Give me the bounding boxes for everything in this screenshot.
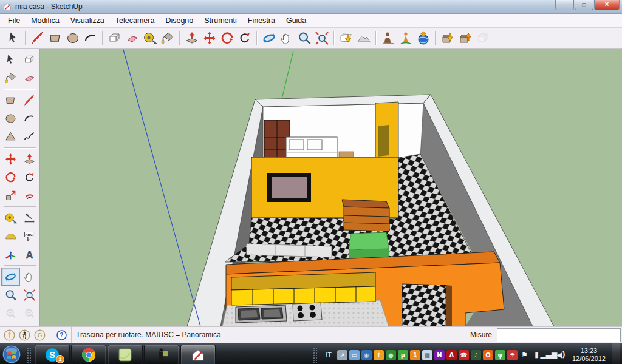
viewport-3d[interactable] xyxy=(40,49,622,326)
tray-call-app-icon[interactable]: ☎ xyxy=(459,350,469,360)
taskbar-clock[interactable]: 13:23 12/06/2012 xyxy=(568,347,610,363)
circle-icon[interactable] xyxy=(1,109,20,127)
zoom-extents-icon[interactable] xyxy=(20,286,39,304)
follow-me-icon[interactable] xyxy=(20,168,39,186)
tray-remote-updates-icon[interactable]: ↗ xyxy=(337,350,347,360)
add-building-icon[interactable] xyxy=(397,29,414,47)
tray-aimp-icon[interactable]: O xyxy=(483,350,493,360)
select-icon[interactable] xyxy=(4,29,22,47)
axes-icon[interactable] xyxy=(1,245,20,263)
tray-orange-badge-icon[interactable]: 1 xyxy=(410,350,420,360)
clock-date: 12/06/2012 xyxy=(572,355,606,363)
tray-utorrent-icon[interactable]: µ xyxy=(398,350,408,360)
look-around-icon[interactable]: G xyxy=(33,329,46,342)
get-models-icon[interactable] xyxy=(439,29,456,47)
tray-avira-icon[interactable]: ☂ xyxy=(507,350,518,360)
protractor-icon[interactable] xyxy=(1,227,20,245)
get-current-view-icon[interactable] xyxy=(337,29,355,47)
close-button[interactable]: × xyxy=(594,0,620,10)
walk-icon[interactable] xyxy=(18,329,31,342)
eraser-icon[interactable] xyxy=(20,69,39,87)
select-icon[interactable] xyxy=(1,50,20,69)
line-icon[interactable] xyxy=(20,91,39,109)
orbit-icon[interactable] xyxy=(1,268,20,286)
taskbar-app-camcorder[interactable] xyxy=(144,345,179,364)
tray-wireless-tool-icon[interactable]: ψ xyxy=(495,350,505,360)
tray-network-signal-icon[interactable]: ▂▄▆ xyxy=(544,350,554,360)
menu-strumenti[interactable]: Strumenti xyxy=(199,15,242,26)
language-indicator[interactable]: IT xyxy=(322,351,335,359)
paint-bucket-icon[interactable] xyxy=(1,69,20,87)
menu-disegno[interactable]: Disegno xyxy=(160,15,199,26)
text-3d-icon[interactable]: A xyxy=(20,245,39,263)
move-icon[interactable] xyxy=(200,29,218,47)
menu-telecamera[interactable]: Telecamera xyxy=(110,15,160,26)
circle-icon[interactable] xyxy=(64,29,81,47)
tray-orange-updater-icon[interactable]: ↑ xyxy=(374,350,384,360)
zoom-icon[interactable] xyxy=(295,29,313,47)
pan-icon[interactable] xyxy=(278,29,295,47)
freehand-icon[interactable] xyxy=(20,127,39,146)
desktop-screen: mia casa - SketchUp – □ × FileModificaVi… xyxy=(0,0,622,364)
menu-finestra[interactable]: Finestra xyxy=(242,15,281,26)
tray-photo-viewer-icon[interactable]: ▦ xyxy=(422,350,432,360)
arc-icon[interactable] xyxy=(20,109,39,127)
tray-adobe-reader-icon[interactable]: A xyxy=(446,350,457,360)
rotate-icon[interactable] xyxy=(218,29,236,47)
taskbar-app-skype[interactable]: S1 xyxy=(35,345,70,364)
photo-textures-icon[interactable] xyxy=(379,29,397,47)
dimension-icon[interactable] xyxy=(20,209,39,227)
tray-music-app-icon[interactable]: ♪ xyxy=(471,350,481,360)
previous-icon xyxy=(1,304,20,322)
rectangle-icon[interactable] xyxy=(1,91,20,109)
follow-me-icon[interactable] xyxy=(236,29,253,47)
rotate-icon[interactable] xyxy=(1,168,20,186)
push-pull-icon[interactable] xyxy=(183,29,200,47)
menu-visualizza[interactable]: Visualizza xyxy=(65,15,110,26)
measurements-input[interactable] xyxy=(497,328,621,342)
eraser-icon[interactable] xyxy=(123,29,141,47)
push-pull-icon[interactable] xyxy=(20,150,39,168)
rectangle-icon[interactable] xyxy=(46,29,64,47)
minimize-button[interactable]: – xyxy=(555,0,574,10)
tray-volume-icon[interactable]: ◀) xyxy=(556,350,566,360)
google-earth-icon[interactable] xyxy=(414,29,432,47)
tray-grip[interactable] xyxy=(313,347,318,363)
tray-green-player-icon[interactable]: ● xyxy=(386,350,396,360)
polygon-icon[interactable] xyxy=(1,127,20,146)
menu-guida[interactable]: Guida xyxy=(281,15,312,26)
help-icon[interactable]: ? xyxy=(56,329,67,341)
orbit-icon[interactable] xyxy=(260,29,278,47)
taskbar-app-notes[interactable] xyxy=(108,345,143,364)
tape-measure-icon[interactable] xyxy=(1,209,20,227)
share-model-icon[interactable] xyxy=(456,29,474,47)
tape-measure-icon[interactable] xyxy=(141,29,159,47)
doorway xyxy=(402,284,446,326)
offset-icon[interactable] xyxy=(20,186,39,204)
menu-modifica[interactable]: Modifica xyxy=(26,15,65,26)
pan-icon[interactable] xyxy=(20,268,39,286)
zoom-icon[interactable] xyxy=(1,286,20,304)
toggle-terrain-icon[interactable] xyxy=(355,29,372,47)
position-camera-icon[interactable] xyxy=(3,329,16,342)
taskbar-app-chrome[interactable] xyxy=(71,345,106,364)
make-component-icon[interactable] xyxy=(106,29,123,47)
scale-icon[interactable] xyxy=(1,186,20,204)
menu-file[interactable]: File xyxy=(2,15,26,26)
make-component-icon[interactable] xyxy=(20,50,39,69)
zoom-extents-icon[interactable] xyxy=(313,29,330,47)
tray-action-center-icon[interactable]: ⚑ xyxy=(519,350,530,360)
line-icon[interactable] xyxy=(29,29,46,47)
tray-onenote-icon[interactable]: N xyxy=(434,350,445,360)
taskbar-app-sketchup[interactable] xyxy=(180,345,216,364)
tray-folder-icon[interactable]: ▭ xyxy=(349,350,360,360)
show-desktop-button[interactable] xyxy=(612,343,620,364)
arc-icon[interactable] xyxy=(81,29,99,47)
text-icon[interactable]: ABC xyxy=(20,227,39,245)
maximize-button[interactable]: □ xyxy=(575,0,593,10)
move-icon[interactable] xyxy=(1,150,20,168)
taskbar-grip[interactable] xyxy=(27,347,32,363)
start-button[interactable] xyxy=(2,345,22,364)
paint-bucket-icon[interactable] xyxy=(159,29,176,47)
tray-blue-wheel-app-icon[interactable]: ◉ xyxy=(361,350,372,360)
